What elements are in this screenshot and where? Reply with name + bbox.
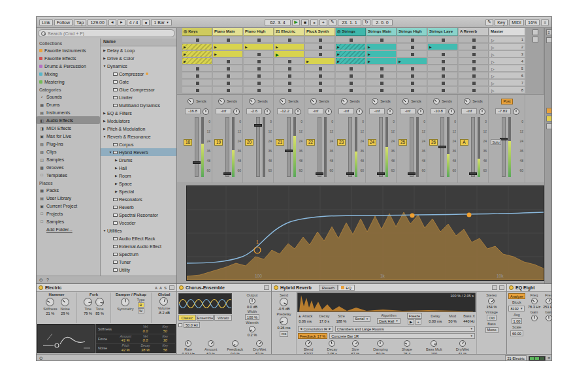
clip-slot[interactable] bbox=[182, 65, 212, 72]
pan-knob[interactable] bbox=[448, 108, 455, 115]
tine-value[interactable]: 79 % bbox=[84, 311, 92, 315]
clip-slot[interactable] bbox=[244, 37, 274, 43]
noise-value[interactable]: 29 % bbox=[61, 311, 69, 315]
clip-slot[interactable] bbox=[244, 51, 274, 57]
clip-slot[interactable] bbox=[397, 65, 427, 72]
clip-slot[interactable] bbox=[428, 87, 458, 93]
clip-stop-button[interactable] bbox=[227, 89, 230, 92]
clip-play-icon[interactable]: ▶ bbox=[368, 59, 370, 63]
clip-stop-button[interactable] bbox=[257, 74, 261, 78]
force-amount-cell[interactable]: Amount41 % bbox=[116, 335, 135, 343]
clip-stop-button[interactable] bbox=[350, 82, 353, 85]
force-key-cell[interactable]: Key30 bbox=[155, 335, 175, 343]
arrangement-position-field[interactable]: 62. 3. 4 bbox=[265, 19, 291, 26]
send-a-knob[interactable] bbox=[218, 98, 225, 104]
size2-knob[interactable] bbox=[352, 340, 359, 347]
clip-slot[interactable] bbox=[213, 58, 243, 65]
clip-stop-button[interactable] bbox=[257, 60, 261, 63]
send-a-knob[interactable] bbox=[433, 98, 440, 104]
output-knob[interactable] bbox=[249, 298, 255, 304]
clip-play-icon[interactable]: ▶ bbox=[214, 45, 217, 49]
clip-slot[interactable] bbox=[428, 80, 458, 86]
clip-stop-button[interactable] bbox=[227, 39, 230, 42]
track-header-21-electric[interactable]: 21 Electric bbox=[274, 28, 304, 36]
clip-stop-button[interactable] bbox=[442, 60, 445, 63]
volume-value[interactable]: -12.2 bbox=[277, 108, 293, 114]
clip-slot[interactable] bbox=[274, 58, 304, 65]
routing-selector[interactable]: Serial▼ bbox=[353, 316, 370, 322]
quantize-menu[interactable]: 1 Bar▼ bbox=[151, 19, 171, 26]
tree-item-delay-loop[interactable]: ▶Delay & Loop bbox=[101, 46, 176, 54]
clip-stop-button[interactable] bbox=[257, 82, 261, 85]
clip-slot[interactable]: ▶ bbox=[244, 44, 274, 50]
collapse-icon[interactable]: ▼ bbox=[102, 64, 107, 68]
draw-mode-button[interactable]: ✎ bbox=[485, 19, 493, 26]
clip-slot[interactable] bbox=[459, 58, 489, 65]
clip-slot[interactable] bbox=[305, 44, 335, 50]
volume-value[interactable]: -inf bbox=[461, 108, 477, 114]
clip-stop-button[interactable] bbox=[380, 39, 384, 42]
volume-value[interactable]: -inf bbox=[338, 108, 354, 114]
scene-slot-7[interactable]: ▷7 bbox=[489, 80, 525, 86]
clip-stop-button[interactable] bbox=[227, 82, 230, 85]
send-knob[interactable] bbox=[280, 298, 288, 306]
clip-stop-button[interactable] bbox=[227, 60, 230, 63]
clip-stop-button[interactable] bbox=[442, 74, 445, 78]
volume-knob[interactable] bbox=[159, 297, 168, 306]
clip-slot[interactable]: ▶ bbox=[213, 44, 243, 50]
hot-swap-icon[interactable] bbox=[492, 285, 497, 290]
tree-item-external-audio-effect[interactable]: External Audio Effect bbox=[101, 242, 176, 250]
clip-stop-button[interactable] bbox=[196, 67, 199, 71]
track-activator[interactable]: 22 bbox=[306, 139, 315, 146]
track-header-strings-laye[interactable]: Strings Laye bbox=[428, 28, 458, 36]
clip-stop-button[interactable] bbox=[288, 60, 291, 63]
tine-knob[interactable] bbox=[84, 298, 92, 306]
stiffness-key-cell[interactable]: Key50 bbox=[155, 325, 175, 333]
clip-slot[interactable] bbox=[367, 80, 397, 86]
clip-slot[interactable] bbox=[182, 72, 212, 79]
scene-play-icon[interactable]: ▷ bbox=[491, 67, 495, 71]
clip-play-icon[interactable]: ▶ bbox=[184, 59, 186, 63]
noise-knob[interactable] bbox=[61, 298, 69, 306]
analyze-button[interactable]: Analyze bbox=[508, 293, 525, 299]
clip-slot[interactable]: ▶ bbox=[182, 44, 212, 50]
clip-stop-button[interactable] bbox=[442, 67, 445, 71]
clip-slot[interactable] bbox=[213, 72, 243, 79]
scene-play-icon[interactable]: ▷ bbox=[491, 45, 495, 50]
volume-fader[interactable] bbox=[410, 117, 414, 177]
clip-slot[interactable] bbox=[182, 37, 212, 43]
clip-stop-button[interactable] bbox=[196, 39, 199, 42]
scene-slot-6[interactable]: ▷6 bbox=[489, 72, 525, 79]
volume-fader[interactable] bbox=[225, 117, 229, 177]
vintage-selector[interactable]: Old bbox=[487, 315, 497, 321]
noise-decay-cell[interactable]: Decay38 % bbox=[135, 344, 155, 352]
clip-slot[interactable]: ▶ bbox=[367, 51, 397, 57]
scale-field[interactable]: 60.00 bbox=[510, 330, 523, 336]
sidebar-item-instruments[interactable]: ▤Instruments bbox=[37, 108, 100, 116]
clip-stop-button[interactable] bbox=[196, 89, 199, 92]
sidebar-item-drums[interactable]: ▦Drums bbox=[37, 101, 100, 108]
cue-post-button[interactable]: Post bbox=[501, 99, 512, 104]
clip-slot[interactable] bbox=[274, 65, 304, 72]
menu-icon[interactable]: ≡ bbox=[547, 356, 550, 360]
clip-slot[interactable] bbox=[305, 80, 335, 86]
pan-knob[interactable] bbox=[233, 108, 240, 115]
bass-mono-selector[interactable]: Mono bbox=[485, 327, 498, 333]
freq2-value[interactable]: 251 Hz bbox=[543, 305, 552, 309]
send-a-knob[interactable] bbox=[464, 98, 470, 104]
device-on-toggle[interactable] bbox=[39, 285, 43, 290]
hot-swap-icon[interactable] bbox=[169, 285, 174, 290]
clip-slot[interactable] bbox=[244, 72, 274, 79]
clip-slot[interactable]: ▶ bbox=[182, 58, 212, 65]
mode-ensemble-button[interactable]: Ensemble bbox=[197, 315, 214, 321]
expand-icon[interactable]: ▶ bbox=[102, 48, 107, 52]
clip-stop-button[interactable] bbox=[380, 89, 384, 92]
force-vel-cell[interactable]: Vel0.0 bbox=[135, 335, 155, 343]
drywet2-knob[interactable] bbox=[459, 340, 466, 347]
clip-play-icon[interactable]: ▶ bbox=[306, 59, 309, 63]
clip-slot[interactable] bbox=[213, 80, 243, 86]
clip-slot[interactable] bbox=[336, 87, 366, 93]
clip-play-icon[interactable]: ▶ bbox=[184, 52, 186, 56]
expand-icon[interactable]: ▶ bbox=[102, 111, 107, 115]
width-value[interactable]: 100 % bbox=[245, 314, 259, 320]
